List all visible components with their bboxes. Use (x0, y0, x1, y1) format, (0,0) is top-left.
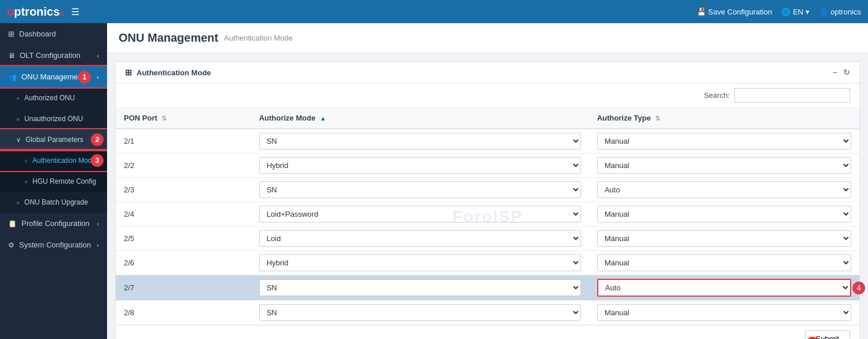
authorize-type-select[interactable]: ManualAuto (597, 304, 851, 321)
sidebar-item-label: ONU Management (21, 72, 84, 81)
sidebar-item-global-parameters[interactable]: ∨ Global Parameters 2 (0, 129, 107, 150)
authorize-mode-cell: SNHybridLoid+PasswordLoid (251, 275, 589, 301)
table-wrapper: ForoISP PON Port ⇅ Authorize Mode ▲ (116, 108, 859, 325)
authorize-type-select[interactable]: ManualAuto (597, 254, 851, 271)
language-button[interactable]: 🌐 EN ▾ (781, 8, 810, 16)
col-authorize-mode[interactable]: Authorize Mode ▲ (251, 108, 589, 129)
authorize-type-select[interactable]: ManualAuto (597, 181, 851, 198)
authorize-mode-select[interactable]: SNHybridLoid+PasswordLoid (259, 230, 581, 247)
authentication-table: PON Port ⇅ Authorize Mode ▲ Authorize Ty… (116, 108, 859, 325)
authorize-type-select[interactable]: ManualAuto (597, 157, 851, 174)
system-icon: ⚙ (8, 241, 14, 249)
col-pon-port[interactable]: PON Port ⇅ (116, 108, 251, 129)
collapse-icon: ‹ (97, 74, 99, 81)
step-badge-3: 3 (91, 154, 104, 167)
sort-icon-pon: ⇅ (161, 115, 167, 122)
authorize-type-select[interactable]: ManualAuto (597, 133, 851, 150)
sidebar-item-label: Authentication Mode (32, 156, 95, 165)
section-title: Authentication Mode (137, 68, 211, 77)
sidebar-item-label: OLT Configuration (20, 51, 80, 60)
authorize-mode-select[interactable]: SNHybridLoid+PasswordLoid (259, 206, 581, 223)
user-label: optronics (830, 8, 861, 16)
card-header: ⊞ Authentication Mode − ↻ (116, 62, 859, 83)
chevron-down-icon: ▾ (806, 8, 810, 16)
save-config-button[interactable]: 💾 Save Configuration (697, 8, 773, 16)
authorize-type-cell: ManualAuto (589, 301, 859, 325)
pon-port-cell: 2/8 (116, 301, 251, 325)
sidebar-item-dashboard[interactable]: ⊞ Dashboard (0, 23, 107, 45)
pon-port-cell: 2/5 (116, 227, 251, 251)
globe-icon: 🌐 (781, 8, 790, 16)
col-label: Authorize Mode (259, 114, 316, 122)
authorize-type-select[interactable]: ManualAuto (597, 279, 851, 297)
content-card: ⊞ Authentication Mode − ↻ Search: ForoIS… (115, 61, 860, 339)
top-header: optronics® ☰ 💾 Save Configuration 🌐 EN ▾… (0, 0, 868, 23)
table-header-row: PON Port ⇅ Authorize Mode ▲ Authorize Ty… (116, 108, 859, 129)
user-icon: 👤 (819, 8, 828, 16)
pon-port-cell: 2/4 (116, 202, 251, 227)
table-row: 2/7SNHybridLoid+PasswordLoidManualAuto4 (116, 275, 859, 301)
sidebar-item-label: HGU Remote Config (32, 177, 96, 185)
sidebar-item-onu-management[interactable]: 👥 ONU Management ‹ 1 (0, 66, 107, 88)
profile-icon: 📋 (8, 220, 17, 228)
step-badge-1: 1 (78, 71, 91, 83)
col-label: Authorize Type (597, 114, 651, 122)
sidebar-item-olt-config[interactable]: 🖥 OLT Configuration ‹ (0, 45, 107, 66)
authorize-mode-cell: SNHybridLoid+PasswordLoid (251, 129, 589, 154)
minimize-icon[interactable]: − (833, 68, 837, 77)
authorize-mode-select[interactable]: SNHybridLoid+PasswordLoid (259, 133, 581, 150)
sidebar-subsub: ○ Authentication Mode 3 ○ HGU Remote Con… (0, 150, 107, 192)
authorize-mode-cell: SNHybridLoid+PasswordLoid (251, 227, 589, 251)
sidebar-item-label: Global Parameters (25, 136, 83, 144)
authorize-type-cell: ManualAuto (589, 154, 859, 178)
search-label: Search: (704, 91, 730, 100)
table-row: 2/8SNHybridLoid+PasswordLoidManualAuto (116, 301, 859, 325)
sidebar-item-system-config[interactable]: ⚙ System Configuration ‹ (0, 234, 107, 256)
authorize-type-cell: ManualAuto (589, 202, 859, 227)
table-icon: ⊞ (125, 68, 132, 77)
search-bar: Search: (116, 83, 859, 108)
save-config-label: Save Configuration (708, 8, 773, 16)
authorize-type-cell: ManualAuto (589, 178, 859, 202)
authorize-mode-select[interactable]: SNHybridLoid+PasswordLoid (259, 304, 581, 321)
sidebar-item-label: Profile Configuration (21, 219, 90, 228)
dashboard-icon: ⊞ (8, 30, 14, 38)
authorize-mode-select[interactable]: SNHybridLoid+PasswordLoid (259, 157, 581, 174)
sidebar-sub-onu: ○ Authorized ONU ○ Unauthorized ONU ∨ Gl… (0, 88, 107, 213)
authorize-mode-cell: SNHybridLoid+PasswordLoid (251, 251, 589, 275)
step-badge-4: 4 (852, 282, 865, 294)
circle-icon: ○ (16, 116, 20, 122)
pon-port-cell: 2/1 (116, 129, 251, 154)
authorize-type-select[interactable]: ManualAuto (597, 206, 851, 223)
sidebar-item-hgu-remote-config[interactable]: ○ HGU Remote Config (0, 171, 107, 192)
table-row: 2/3SNHybridLoid+PasswordLoidManualAuto (116, 178, 859, 202)
sidebar-item-unauthorized-onu[interactable]: ○ Unauthorized ONU (0, 108, 107, 129)
step-badge-2: 2 (91, 133, 104, 146)
olt-icon: 🖥 (8, 52, 15, 60)
authorize-mode-cell: SNHybridLoid+PasswordLoid (251, 154, 589, 178)
pon-port-cell: 2/6 (116, 251, 251, 275)
chevron-down-icon: ∨ (16, 136, 21, 144)
col-authorize-type[interactable]: Authorize Type ⇅ (589, 108, 859, 129)
refresh-icon[interactable]: ↻ (843, 68, 850, 77)
sidebar-item-authorized-onu[interactable]: ○ Authorized ONU (0, 88, 107, 108)
authorize-mode-cell: SNHybridLoid+PasswordLoid (251, 301, 589, 325)
authorize-type-cell: ManualAuto (589, 129, 859, 154)
authorize-mode-select[interactable]: SNHybridLoid+PasswordLoid (259, 279, 581, 296)
user-button[interactable]: 👤 optronics (819, 8, 861, 16)
authorize-mode-select[interactable]: SNHybridLoid+PasswordLoid (259, 181, 581, 198)
search-input[interactable] (734, 88, 850, 103)
hamburger-icon[interactable]: ☰ (71, 6, 79, 17)
sidebar-item-profile-config[interactable]: 📋 Profile Configuration ‹ (0, 213, 107, 234)
globe-label: EN (793, 8, 803, 16)
authorize-type-select[interactable]: ManualAuto (597, 230, 851, 247)
main-content: ONU Management Authentication Mode ⊞ Aut… (107, 23, 868, 339)
sidebar-item-authentication-mode[interactable]: ○ Authentication Mode 3 (0, 150, 107, 171)
authorize-mode-select[interactable]: SNHybridLoid+PasswordLoid (259, 254, 581, 271)
circle-icon: ○ (16, 199, 20, 206)
pon-port-cell: 2/7 (116, 275, 251, 301)
sidebar-item-onu-batch-upgrade[interactable]: ○ ONU Batch Upgrade (0, 192, 107, 213)
pon-port-cell: 2/3 (116, 178, 251, 202)
sidebar: ⊞ Dashboard 🖥 OLT Configuration ‹ 👥 ONU … (0, 23, 107, 339)
page-title: ONU Management (119, 31, 218, 45)
